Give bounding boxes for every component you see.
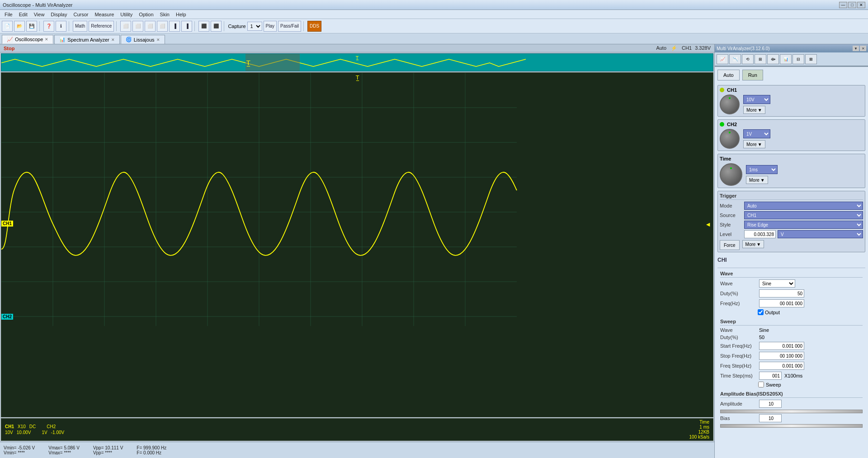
ch1-knob-indicator [728, 97, 731, 99]
vir-btn-3[interactable]: ⟲ [742, 54, 754, 64]
trigger-style-label: Style [720, 222, 742, 227]
ch1-volt-select[interactable]: 10V 5V 2V 1V [743, 95, 770, 104]
menu-help[interactable]: Help [173, 11, 189, 18]
close-button[interactable]: ✕ [857, 2, 865, 8]
wave-freq-input[interactable] [759, 299, 804, 307]
measure-btn2[interactable]: ⬜ [132, 21, 143, 32]
status-icon: ⚡ [671, 45, 677, 51]
force-button[interactable]: Force [720, 240, 740, 250]
passfail-button[interactable]: Pass/Fail [278, 21, 301, 32]
maximize-button[interactable]: □ [848, 2, 856, 8]
info-button[interactable]: ℹ [56, 21, 66, 32]
open-button[interactable]: 📂 [14, 21, 25, 32]
vir-close[interactable]: ✕ [860, 46, 866, 51]
time-step-input[interactable] [759, 372, 782, 380]
menu-measure[interactable]: Measure [92, 11, 117, 18]
vmax-1: Vmax= 5.086 V [48, 445, 80, 450]
run-button[interactable]: Run [742, 70, 763, 80]
toolbar-sep-4 [194, 21, 196, 31]
measure-btn3[interactable]: ⬜ [145, 21, 156, 32]
menu-display[interactable]: Display [48, 11, 70, 18]
ch2-more-button[interactable]: More ▼ [743, 140, 765, 148]
minimize-button[interactable]: — [839, 2, 847, 8]
trigger-level-input[interactable] [744, 230, 776, 238]
ch2-volt-select[interactable]: 1V 2V 5V 10V [743, 129, 770, 138]
bias-input[interactable] [759, 414, 782, 422]
toolbar-sep-3 [116, 21, 118, 31]
tab-spectrum-close[interactable]: ✕ [111, 38, 115, 42]
svg-rect-1 [245, 54, 300, 71]
reference-button[interactable]: Reference [89, 21, 114, 32]
tab-spectrum[interactable]: 📊 Spectrum Analyzer ✕ [54, 35, 119, 44]
play-record-button[interactable]: ⬛ [211, 21, 222, 32]
output-checkbox[interactable] [758, 309, 764, 315]
ch1-knob[interactable] [720, 94, 740, 114]
auto-button[interactable]: Auto [717, 70, 740, 80]
scope-display[interactable]: T̲ [1, 72, 713, 417]
vir-btn-1[interactable]: 📈 [717, 54, 728, 64]
menu-edit[interactable]: Edit [16, 11, 30, 18]
trigger-mode-select[interactable]: Auto Normal Single [744, 202, 863, 210]
trigger-source-select[interactable]: CH1 CH2 EXT [744, 211, 863, 219]
ch2-more-area: More ▼ [743, 140, 770, 148]
vir-btn-4[interactable]: ⊞ [755, 54, 766, 64]
ch2-knob[interactable] [720, 129, 740, 149]
trigger-style-select[interactable]: Rise Edge Fall Edge [744, 221, 863, 229]
start-freq-input[interactable] [759, 342, 804, 350]
vir-btn-5[interactable]: ⟴ [767, 54, 779, 64]
menu-file[interactable]: File [2, 11, 15, 18]
status-right: Auto ⚡ CH1 3.328V [656, 45, 711, 51]
freq-step-input[interactable] [759, 362, 804, 370]
vir-btn-7[interactable]: ⊟ [793, 54, 804, 64]
amplitude-input[interactable] [759, 400, 782, 408]
trigger-level-unit[interactable]: V [778, 230, 863, 238]
menu-cursor[interactable]: Cursor [71, 11, 91, 18]
vir-btn-8[interactable]: ⊠ [805, 54, 817, 64]
ch1-dot [720, 88, 724, 92]
wave-wave-select[interactable]: Sine Square Triangle [759, 279, 795, 288]
save-button[interactable]: 💾 [26, 21, 37, 32]
menu-option[interactable]: Option [136, 11, 156, 18]
menu-skin[interactable]: Skin [157, 11, 172, 18]
bias-slider[interactable] [720, 424, 863, 428]
time-value-area: 1ms 2ms 5ms 10ms More ▼ [746, 165, 778, 184]
vir-btn-2[interactable]: 📉 [729, 54, 741, 64]
tab-osc-close[interactable]: ✕ [45, 37, 48, 42]
new-button[interactable]: 📄 [2, 21, 13, 32]
time-more-button[interactable]: More ▼ [746, 176, 768, 184]
tab-spectrum-label: Spectrum Analyzer [67, 37, 109, 42]
measure-btn1[interactable]: ⬜ [120, 21, 131, 32]
capture-select[interactable]: 1 2 4 [247, 22, 262, 31]
tab-oscilloscope[interactable]: 📈 Oscilloscope ✕ [2, 35, 53, 44]
menu-utility[interactable]: Utility [118, 11, 135, 18]
help-button[interactable]: ❓ [43, 21, 54, 32]
vir-collapse[interactable]: ▼ [853, 46, 859, 51]
time-step-row: Time Step(ms) X100ms [720, 372, 863, 380]
measure-btn4[interactable]: ⬜ [157, 21, 168, 32]
vir-btn-6[interactable]: 📊 [780, 54, 792, 64]
amplitude-slider[interactable] [720, 410, 863, 413]
ch1-x10: X10 [18, 424, 26, 429]
sweep-checkbox[interactable] [758, 382, 764, 387]
ch1-more-button[interactable]: More ▼ [743, 106, 765, 114]
wave-duty-input[interactable] [759, 289, 804, 297]
menu-view[interactable]: View [31, 11, 47, 18]
measure-btn5[interactable]: ▐ [169, 21, 180, 32]
trigger-more-button[interactable]: More ▼ [742, 240, 764, 248]
tab-lissajous[interactable]: 🌀 Lissajous ✕ [121, 35, 165, 44]
measure-btn6[interactable]: ▐ [181, 21, 192, 32]
tab-lissajous-close[interactable]: ✕ [156, 38, 160, 42]
vmin-1: Vmin= -5.026 V [4, 445, 35, 450]
menubar: File Edit View Display Cursor Measure Ut… [0, 10, 868, 19]
stop-freq-input[interactable] [759, 352, 804, 360]
mini-waveform[interactable]: T̲ T̲ [1, 53, 713, 71]
record-button[interactable]: ⬛ [198, 21, 209, 32]
ch2-header: CH2 [720, 122, 863, 127]
play-button[interactable]: Play [264, 21, 277, 32]
ch2-more-arrow: ▼ [758, 142, 762, 147]
trigger-level-row: Level V [720, 230, 863, 238]
time-select[interactable]: 1ms 2ms 5ms 10ms [746, 165, 778, 174]
math-button[interactable]: Math [73, 21, 87, 32]
dds-button[interactable]: DDS [307, 21, 321, 32]
time-knob[interactable] [720, 163, 742, 186]
